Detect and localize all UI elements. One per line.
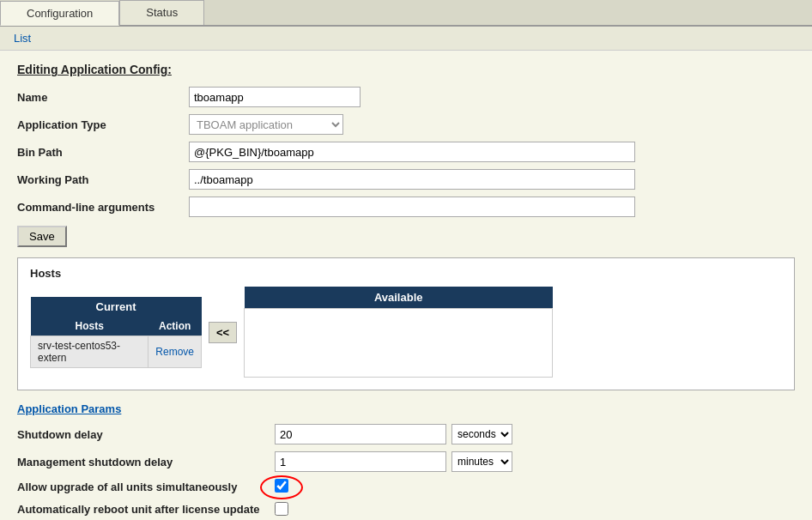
available-row bbox=[245, 309, 553, 378]
select-shutdown-delay-unit[interactable]: seconds minutes hours bbox=[451, 424, 512, 444]
main-content: Editing Application Config: Name Applica… bbox=[0, 51, 812, 520]
param-row-auto-reboot: Automatically reboot unit after license … bbox=[17, 502, 795, 516]
input-cmdline[interactable] bbox=[189, 197, 635, 217]
label-mgmt-shutdown-delay: Management shutdown delay bbox=[17, 456, 275, 469]
label-cmdline: Command-line arguments bbox=[17, 201, 189, 214]
hosts-tables-row: Current Hosts Action srv-test-centos53-e… bbox=[30, 287, 782, 378]
param-row-shutdown-delay: Shutdown delay seconds minutes hours bbox=[17, 424, 795, 444]
field-row-application-type: Application Type TBOAM application bbox=[17, 114, 795, 135]
input-shutdown-delay[interactable] bbox=[275, 424, 446, 444]
label-name: Name bbox=[17, 91, 189, 104]
checkbox-allow-upgrade[interactable] bbox=[275, 479, 288, 493]
field-row-name: Name bbox=[17, 87, 795, 107]
input-working-path[interactable] bbox=[189, 169, 635, 190]
host-action-cell: Remove bbox=[148, 336, 202, 367]
hosts-panel: Hosts Current Hosts Action srv-test-cent… bbox=[17, 257, 795, 390]
field-row-working-path: Working Path bbox=[17, 169, 795, 190]
tabs-bar: Configuration Status bbox=[0, 0, 812, 27]
params-section: Application Params Shutdown delay second… bbox=[17, 402, 795, 516]
param-row-mgmt-shutdown-delay: Management shutdown delay seconds minute… bbox=[17, 451, 795, 472]
field-row-cmdline: Command-line arguments bbox=[17, 197, 795, 217]
label-shutdown-delay: Shutdown delay bbox=[17, 428, 275, 441]
current-hosts-table: Current Hosts Action srv-test-centos53-e… bbox=[30, 297, 202, 368]
remove-link[interactable]: Remove bbox=[155, 346, 194, 358]
available-cell bbox=[245, 309, 553, 378]
hosts-title: Hosts bbox=[30, 267, 782, 280]
col-hosts-label: Hosts bbox=[31, 317, 148, 336]
select-application-type[interactable]: TBOAM application bbox=[189, 114, 343, 135]
tab-configuration[interactable]: Configuration bbox=[0, 1, 119, 26]
move-left-button[interactable]: << bbox=[209, 322, 237, 343]
input-name[interactable] bbox=[189, 87, 361, 107]
select-mgmt-shutdown-delay-unit[interactable]: seconds minutes hours bbox=[451, 451, 512, 472]
table-row: srv-test-centos53-extern Remove bbox=[31, 336, 202, 367]
form-section-title: Editing Application Config: bbox=[17, 63, 795, 76]
label-auto-reboot: Automatically reboot unit after license … bbox=[17, 503, 275, 516]
label-application-type: Application Type bbox=[17, 118, 189, 131]
available-hosts-table: Available bbox=[244, 287, 553, 378]
input-bin-path[interactable] bbox=[189, 142, 635, 162]
checkbox-wrapper-allow-upgrade bbox=[275, 479, 288, 495]
checkbox-auto-reboot[interactable] bbox=[275, 502, 288, 516]
current-header: Current bbox=[31, 297, 202, 317]
param-row-allow-upgrade: Allow upgrade of all units simultaneousl… bbox=[17, 479, 795, 495]
field-row-bin-path: Bin Path bbox=[17, 142, 795, 162]
col-action-label: Action bbox=[148, 317, 202, 336]
host-name-cell: srv-test-centos53-extern bbox=[31, 336, 148, 367]
label-allow-upgrade: Allow upgrade of all units simultaneousl… bbox=[17, 481, 275, 493]
label-bin-path: Bin Path bbox=[17, 146, 189, 159]
breadcrumb-bar: List bbox=[0, 27, 812, 51]
breadcrumb-link[interactable]: List bbox=[14, 32, 31, 45]
save-button[interactable]: Save bbox=[17, 226, 67, 247]
available-header: Available bbox=[245, 287, 553, 309]
form-fields: Name Application Type TBOAM application … bbox=[17, 87, 795, 217]
input-mgmt-shutdown-delay[interactable] bbox=[275, 451, 446, 472]
label-working-path: Working Path bbox=[17, 173, 189, 186]
params-title[interactable]: Application Params bbox=[17, 402, 795, 415]
tab-status[interactable]: Status bbox=[119, 0, 204, 25]
